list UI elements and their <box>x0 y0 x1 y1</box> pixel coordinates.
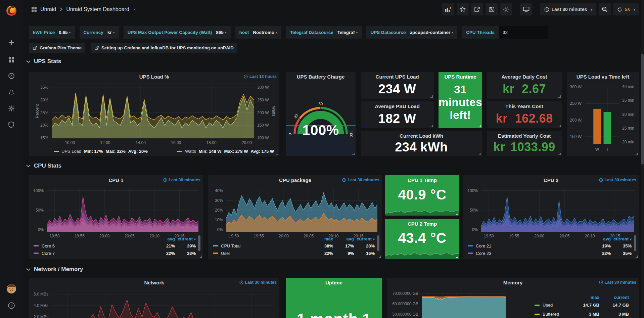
chart-plot[interactable] <box>47 189 198 232</box>
legend-header[interactable]: avg <box>154 236 175 241</box>
legend-item-ups-load[interactable]: UPS Load Min: 17% Max: 32% Avg: 20% <box>54 149 148 154</box>
resize-handle[interactable] <box>636 153 638 155</box>
panel-time-link[interactable]: Last 12 hours <box>244 74 277 79</box>
clock-icon <box>544 7 549 12</box>
chart-plot[interactable] <box>585 87 619 145</box>
ups-load-chart[interactable]: 35%30%25%20%15% 300 W250 W200 W150 W100 … <box>52 86 254 138</box>
legend-header-sort[interactable]: current▾ <box>354 236 375 241</box>
panel-time-link[interactable]: Last 30 minutes <box>599 280 636 285</box>
resize-handle[interactable] <box>200 256 202 258</box>
grafana-logo[interactable] <box>0 3 22 19</box>
legend-row[interactable]: Buffered 3 MB 3 MB <box>535 310 629 318</box>
clock-icon <box>244 75 248 79</box>
time-range-picker[interactable]: Last 30 minutes ▾ <box>540 3 597 15</box>
settings-gear-button[interactable] <box>500 3 512 15</box>
cpu-package-chart[interactable]: 40%30%20%10%0% 19:5019:5520:0020:0520:10… <box>226 189 377 232</box>
panel-time-link[interactable]: Last 30 minutes <box>163 178 200 182</box>
scrollbar-thumb[interactable] <box>641 54 644 165</box>
chevron-down-icon <box>26 165 31 168</box>
panel-time-link[interactable]: Last 30 minutes <box>599 178 636 182</box>
variable-ups-datasource[interactable]: UPS Datasource apcupsd-container ▾ <box>366 26 457 39</box>
resize-handle[interactable] <box>479 125 481 127</box>
resize-handle[interactable] <box>558 153 561 155</box>
resize-handle[interactable] <box>479 153 481 155</box>
page-title[interactable]: Unraid System Dashboard <box>66 6 129 12</box>
legend-header[interactable]: max <box>312 236 333 241</box>
help-icon[interactable]: ? <box>0 299 22 312</box>
explore-compass-icon[interactable] <box>0 69 22 83</box>
legend-header[interactable]: max <box>570 295 599 300</box>
panel-time-link[interactable]: Last 30 minutes <box>239 280 277 285</box>
panel-title[interactable]: UPS Load % <box>29 72 279 82</box>
resize-handle[interactable] <box>456 256 458 258</box>
network-chart[interactable]: 6.0 MBs4.0 MBs2.0 MBs 19:5019:5520:0020:… <box>52 292 274 318</box>
resize-handle[interactable] <box>558 125 561 127</box>
variable-telegraf-datasource[interactable]: Telegraf Datasource Telegraf ▾ <box>286 26 362 39</box>
share-button[interactable] <box>471 3 483 15</box>
alerting-bell-icon[interactable] <box>0 86 22 99</box>
page-scrollbar[interactable] <box>641 0 644 318</box>
legend-item-watts[interactable]: Watts Min: 148 W Max: 278 W Avg: 175 W <box>177 149 274 154</box>
panel-time-link[interactable]: Last 30 minutes <box>342 178 379 182</box>
resize-handle[interactable] <box>379 256 381 258</box>
legend-row[interactable]: Core 21 19% 35% <box>468 242 632 249</box>
resize-handle[interactable] <box>558 95 561 98</box>
chart-plot[interactable] <box>52 86 254 138</box>
section-cpu-stats[interactable]: CPU Stats <box>26 163 61 169</box>
legend-row[interactable]: CPU Total 38% 17% 28% <box>213 242 375 249</box>
legend-header-sort[interactable]: current▾ <box>175 236 196 241</box>
resize-handle[interactable] <box>430 95 433 98</box>
star-button[interactable] <box>457 3 469 15</box>
resize-handle[interactable] <box>352 153 355 155</box>
legend-header[interactable]: current <box>599 295 629 300</box>
memory-chart[interactable]: 70.000000 GB60.000000 GB50.000000 GB 19:… <box>422 292 506 318</box>
admin-shield-icon[interactable] <box>0 118 22 131</box>
legend-header[interactable]: avg <box>590 236 611 241</box>
create-plus-icon[interactable] <box>0 36 22 49</box>
user-avatar[interactable] <box>0 282 22 296</box>
top-nav: Unraid Unraid System Dashboard ▾ <box>22 0 644 18</box>
ups-bars-chart[interactable]: 300 W250 W200 W150 W 40 min35 min30 min2… <box>585 87 619 145</box>
legend-row[interactable]: Core 7 22% 33% <box>34 249 196 257</box>
chart-plot[interactable] <box>52 292 274 318</box>
variable-ups-max-output[interactable]: UPS Max Output Power Capacity (Watt) 865… <box>124 26 231 39</box>
resize-handle[interactable] <box>276 153 278 155</box>
variable-host[interactable]: host Nostromo ▾ <box>235 26 281 39</box>
dashboards-grid-icon[interactable] <box>31 6 37 12</box>
legend-row[interactable]: Core 6 21% 39% <box>34 242 196 249</box>
chart-plot[interactable] <box>422 292 506 318</box>
legend-row[interactable]: Core 23 22% 35% <box>468 249 632 257</box>
link-ups-monitoring-guide[interactable]: Setting up Grafana and InfluxDB for UPS … <box>91 43 237 53</box>
legend-header[interactable]: avg <box>333 236 354 241</box>
legend-row[interactable]: User 22% 9% 16% <box>213 249 375 257</box>
panel-title[interactable]: UPS Battery Charge <box>286 72 356 82</box>
zoom-out-button[interactable] <box>599 3 611 15</box>
variable-kwh-price[interactable]: kWh Price 0.65 ▾ <box>29 26 75 39</box>
chart-plot[interactable] <box>481 189 634 232</box>
cpu-threads-input[interactable]: 32 <box>499 26 548 39</box>
chart-plot[interactable] <box>226 189 377 232</box>
legend-scrollbar[interactable] <box>634 235 636 251</box>
legend-swatch <box>177 151 182 152</box>
link-grafana-plex-theme[interactable]: Grafana Plex Theme <box>29 43 85 53</box>
title-caret-icon[interactable]: ▾ <box>134 7 136 11</box>
section-network-memory[interactable]: Network / Memory <box>26 266 83 273</box>
variable-currency[interactable]: Currency kr ▾ <box>80 26 119 39</box>
configuration-gear-icon[interactable] <box>0 102 22 115</box>
cycle-view-tv-button[interactable] <box>520 3 532 15</box>
breadcrumb-app[interactable]: Unraid <box>40 6 56 12</box>
section-ups-stats[interactable]: UPS Stats <box>26 58 61 65</box>
cpu2-chart[interactable]: 100%50%0% 19:5019:5520:0020:0520:1020:15 <box>481 189 634 232</box>
legend-scrollbar[interactable] <box>198 235 200 251</box>
resize-handle[interactable] <box>456 212 458 215</box>
cpu1-chart[interactable]: 100%50%0% 19:5019:5520:0020:0520:1020:15 <box>47 189 198 232</box>
legend-scrollbar[interactable] <box>377 235 379 251</box>
add-panel-button[interactable] <box>442 3 454 15</box>
resize-handle[interactable] <box>430 125 433 127</box>
legend-row[interactable]: Used 14.7 GB 14.7 GB <box>535 301 629 310</box>
save-button[interactable] <box>486 3 498 15</box>
resize-handle[interactable] <box>636 256 638 258</box>
refresh-picker[interactable]: 5s ▾ <box>613 3 639 15</box>
legend-header-sort[interactable]: current▾ <box>611 236 632 241</box>
dashboards-icon[interactable] <box>0 53 22 66</box>
